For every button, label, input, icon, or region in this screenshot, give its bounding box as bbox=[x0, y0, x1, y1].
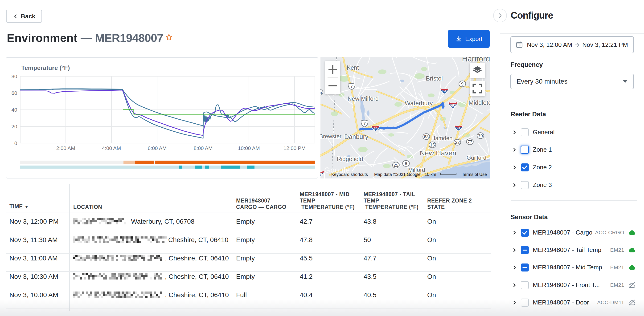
svg-text:Bristol: Bristol bbox=[426, 75, 443, 82]
svg-text:Temperature (°F): Temperature (°F) bbox=[21, 64, 70, 71]
svg-text:Terms of Use: Terms of Use bbox=[462, 172, 487, 177]
svg-text:Hartford: Hartford bbox=[462, 57, 490, 63]
svg-text:7: 7 bbox=[363, 121, 366, 126]
svg-text:691: 691 bbox=[450, 103, 456, 108]
svg-text:Brewster: Brewster bbox=[320, 133, 342, 139]
svg-text:Danbury: Danbury bbox=[344, 133, 368, 140]
svg-text:8:00 AM: 8:00 AM bbox=[194, 145, 213, 151]
svg-text:New Haven: New Haven bbox=[420, 149, 456, 157]
svg-text:7: 7 bbox=[350, 84, 353, 89]
svg-text:Kent: Kent bbox=[346, 64, 359, 71]
svg-text:15: 15 bbox=[430, 143, 435, 147]
svg-text:6:00 AM: 6:00 AM bbox=[148, 145, 167, 151]
svg-text:63: 63 bbox=[424, 134, 429, 139]
svg-text:22: 22 bbox=[455, 140, 460, 145]
svg-text:Waterbury: Waterbury bbox=[405, 100, 433, 107]
svg-text:79: 79 bbox=[478, 133, 483, 138]
svg-text:Ridgefield: Ridgefield bbox=[337, 156, 363, 162]
svg-text:9: 9 bbox=[461, 82, 464, 86]
svg-text:2:00 AM: 2:00 AM bbox=[56, 145, 76, 151]
svg-text:0: 0 bbox=[14, 140, 17, 146]
svg-text:25: 25 bbox=[394, 163, 398, 168]
svg-text:Middletown: Middletown bbox=[468, 99, 490, 106]
svg-text:10 km: 10 km bbox=[424, 172, 436, 177]
svg-text:60: 60 bbox=[12, 90, 17, 96]
svg-text:12:00 PM: 12:00 PM bbox=[284, 145, 306, 151]
svg-text:84: 84 bbox=[320, 172, 322, 176]
svg-text:10:00 AM: 10:00 AM bbox=[238, 145, 260, 151]
svg-text:Map data ©2021 Google: Map data ©2021 Google bbox=[374, 172, 420, 177]
svg-text:77: 77 bbox=[468, 140, 472, 144]
svg-text:55: 55 bbox=[320, 90, 322, 95]
svg-text:Hamden: Hamden bbox=[431, 135, 453, 141]
svg-text:84: 84 bbox=[442, 89, 446, 93]
svg-text:40: 40 bbox=[12, 107, 17, 113]
svg-text:Guilford: Guilford bbox=[466, 154, 486, 161]
svg-text:New Milford: New Milford bbox=[348, 95, 379, 102]
svg-text:8: 8 bbox=[405, 161, 407, 166]
svg-text:91: 91 bbox=[457, 126, 461, 130]
svg-text:4:00 AM: 4:00 AM bbox=[102, 145, 121, 151]
svg-text:Keyboard shortcuts: Keyboard shortcuts bbox=[331, 172, 368, 177]
svg-text:84: 84 bbox=[374, 126, 378, 130]
svg-text:20: 20 bbox=[12, 124, 17, 129]
svg-text:80: 80 bbox=[12, 73, 17, 79]
